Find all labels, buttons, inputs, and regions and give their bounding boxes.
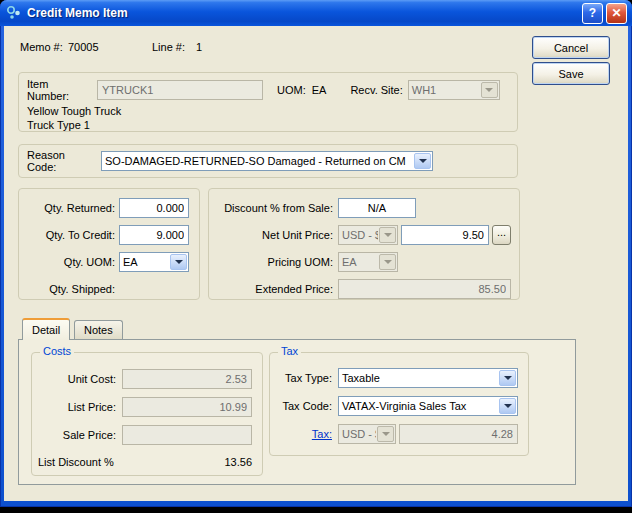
detail-tab-page: Costs Unit Cost: List Price: Sale Price: <box>18 339 576 485</box>
reason-row: Reason Code: SO-DAMAGED-RETURNED-SO Dama… <box>27 151 509 171</box>
net-unit-price-label: Net Unit Price: <box>215 229 333 241</box>
tax-caption: Tax <box>278 345 301 357</box>
price-lookup-button[interactable]: ... <box>492 225 511 245</box>
qty-to-credit-label: Qty. To Credit: <box>23 229 115 241</box>
qty-uom-label: Qty. UOM: <box>23 256 115 268</box>
chevron-down-icon[interactable] <box>499 398 516 414</box>
tab-notes-label: Notes <box>84 324 113 336</box>
tax-type-value: Taxable <box>339 369 498 387</box>
item-groupbox: Item Number: UOM: EA Recv. Site: WH1 Yel… <box>18 72 518 132</box>
uom-label: UOM: <box>277 84 306 96</box>
list-price-label: List Price: <box>38 401 116 413</box>
screen: Credit Memo Item ? ✕ Memo #: 70005 Line … <box>0 0 632 513</box>
cancel-button[interactable]: Cancel <box>532 36 610 59</box>
tax-currency-value: USD - $ <box>339 425 376 443</box>
list-price-input <box>122 397 252 417</box>
qty-to-credit-input[interactable] <box>119 225 189 245</box>
sale-price-input <box>122 425 252 445</box>
recv-site-combo: WH1 <box>408 80 500 100</box>
help-button[interactable]: ? <box>582 3 603 24</box>
pricing-uom-combo: EA <box>338 252 398 272</box>
recv-site-label: Recv. Site: <box>350 84 402 96</box>
tax-amount-input <box>399 424 518 444</box>
item-row: Item Number: UOM: EA Recv. Site: WH1 <box>27 80 509 100</box>
pricing-uom-value: EA <box>339 253 378 271</box>
qty-returned-input[interactable] <box>119 198 189 218</box>
tab-detail-label: Detail <box>32 324 60 336</box>
chevron-down-icon <box>481 82 498 98</box>
net-unit-price-currency-combo: USD - $ <box>338 225 398 245</box>
sale-price-label: Sale Price: <box>38 429 116 441</box>
titlebar: Credit Memo Item ? ✕ <box>0 0 632 26</box>
tax-code-combo[interactable]: VATAX-Virginia Sales Tax <box>338 396 518 416</box>
tax-label-cell: Tax: <box>276 428 332 440</box>
tax-code-value: VATAX-Virginia Sales Tax <box>339 397 498 415</box>
uom-value: EA <box>312 84 327 96</box>
reason-code-label: Reason Code: <box>27 149 97 173</box>
memo-number-label: Memo #: <box>20 41 63 53</box>
costs-caption: Costs <box>40 345 74 357</box>
chevron-down-icon <box>379 227 396 243</box>
close-button[interactable]: ✕ <box>606 3 627 24</box>
reason-code-combo[interactable]: SO-DAMAGED-RETURNED-SO Damaged - Returne… <box>101 151 433 171</box>
recv-site-value: WH1 <box>409 81 480 99</box>
extended-price-label: Extended Price: <box>215 283 333 295</box>
line-number-label: Line #: <box>152 41 185 53</box>
unit-cost-label: Unit Cost: <box>38 373 116 385</box>
item-number-input <box>97 80 263 100</box>
qty-shipped-label: Qty. Shipped: <box>23 283 115 295</box>
reason-groupbox: Reason Code: SO-DAMAGED-RETURNED-SO Dama… <box>18 144 518 178</box>
list-discount-value: 13.56 <box>224 456 252 468</box>
tax-type-label: Tax Type: <box>276 372 332 384</box>
chevron-down-icon <box>377 426 394 442</box>
list-discount-label: List Discount % <box>38 456 114 468</box>
pricing-groupbox: Discount % from Sale: Net Unit Price: US… <box>208 188 520 300</box>
chevron-down-icon[interactable] <box>499 370 516 386</box>
tab-detail[interactable]: Detail <box>22 318 70 340</box>
unit-cost-input <box>122 369 252 389</box>
item-number-label: Item Number: <box>27 78 93 102</box>
pricing-uom-label: Pricing UOM: <box>215 256 333 268</box>
save-button[interactable]: Save <box>532 62 610 85</box>
qty-uom-value: EA <box>120 253 169 271</box>
memo-number-value: 70005 <box>68 41 99 53</box>
net-unit-price-input[interactable] <box>401 225 489 245</box>
quantities-groupbox: Qty. Returned: Qty. To Credit: Qty. UOM:… <box>18 188 200 300</box>
discount-from-sale-input[interactable] <box>338 198 416 218</box>
tax-code-label: Tax Code: <box>276 400 332 412</box>
tax-currency-combo: USD - $ <box>338 424 396 444</box>
tax-groupbox: Tax Tax Type: Taxable Tax Code: VATAX-Vi… <box>269 352 529 456</box>
window-title: Credit Memo Item <box>27 6 579 20</box>
list-discount-row: List Discount % 13.56 <box>38 454 252 469</box>
tax-type-combo[interactable]: Taxable <box>338 368 518 388</box>
app-icon <box>6 5 22 21</box>
chevron-down-icon <box>379 254 396 270</box>
item-description-line1: Yellow Tough Truck <box>27 105 509 117</box>
credit-memo-item-window: Credit Memo Item ? ✕ Memo #: 70005 Line … <box>0 0 632 507</box>
extended-price-input <box>338 279 511 299</box>
dialog-body: Memo #: 70005 Line #: 1 Cancel Save Item… <box>4 26 628 501</box>
discount-from-sale-label: Discount % from Sale: <box>215 202 333 214</box>
net-unit-price-currency-value: USD - $ <box>339 226 378 244</box>
reason-code-value: SO-DAMAGED-RETURNED-SO Damaged - Returne… <box>102 152 413 170</box>
costs-groupbox: Costs Unit Cost: List Price: Sale Price: <box>31 352 263 476</box>
line-number-value: 1 <box>196 41 202 53</box>
chevron-down-icon[interactable] <box>414 153 431 169</box>
item-description-line2: Truck Type 1 <box>27 119 509 131</box>
tax-link[interactable]: Tax: <box>312 428 332 440</box>
tab-notes[interactable]: Notes <box>74 320 123 339</box>
qty-returned-label: Qty. Returned: <box>23 202 115 214</box>
qty-uom-combo[interactable]: EA <box>119 252 189 272</box>
chevron-down-icon[interactable] <box>170 254 187 270</box>
